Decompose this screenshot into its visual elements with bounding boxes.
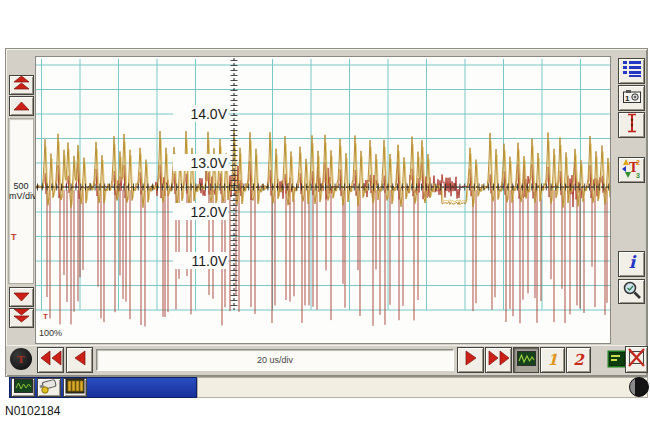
zoom-percent-label: 100% [39,328,62,338]
discard-close-button[interactable] [625,346,648,373]
svg-text:2: 2 [636,159,640,166]
lcd-indicator [607,350,627,372]
down-arrow-icon [13,288,30,306]
info-button[interactable]: i [618,251,645,277]
magnifier-icon [622,280,642,304]
svg-text:3: 3 [636,172,640,179]
waveform-display[interactable]: 14.0V13.0V12.0V11.0VT 100% [35,56,611,344]
left-arrow-icon [73,349,87,371]
red-close-icon [627,347,646,372]
svg-text:14.0V: 14.0V [190,106,227,122]
double-right-arrow-icon [488,349,510,371]
waveform-view-button[interactable] [513,347,539,373]
trigger-setup-button[interactable]: T23 [618,157,645,183]
cursor-marker-icon [623,112,641,138]
oscilloscope-icon [14,379,33,397]
channel-1-button[interactable]: 1 [540,347,565,373]
cursor-marker-button[interactable] [618,112,645,138]
volts-per-div-unit: mV/div [9,191,33,201]
status-track [197,377,648,398]
zoom-button[interactable] [618,279,645,304]
double-up-arrow-icon [13,76,30,95]
battery-pack-icon [65,378,85,398]
step-forward-button[interactable] [457,347,484,373]
rewind-button[interactable] [37,347,64,373]
scale-down-fast-button[interactable] [9,308,34,328]
scale-up-fast-button[interactable] [9,75,34,95]
trigger-level-marker: T [11,233,17,242]
double-down-arrow-icon [13,309,30,328]
probe-icon [39,378,59,398]
status-scope-button[interactable] [11,378,35,397]
scale-up-button[interactable] [9,96,34,116]
vertical-scale-box: T 500 mV/div [8,118,34,284]
waveform-thumb-icon [517,351,536,370]
camera-icon: 1 [622,88,642,108]
channel-list-button[interactable] [618,58,645,84]
fast-forward-button[interactable] [485,347,512,373]
time-per-div-label: 20 us/div [257,355,293,365]
svg-text:12.0V: 12.0V [190,204,227,220]
contrast-indicator [629,377,649,397]
trigger-setup-icon: T23 [621,157,643,183]
trigger-circle-icon: T [10,348,32,370]
volts-per-div-value: 500 [9,181,33,191]
info-icon: i [624,252,640,276]
svg-text:11.0V: 11.0V [191,253,227,269]
figure-id: N0102184 [5,404,60,418]
channel-2-button[interactable]: 2 [566,347,591,373]
lcd-screen-icon [607,354,627,371]
step-back-button[interactable] [66,347,93,373]
svg-text:13.0V: 13.0V [190,155,227,171]
double-left-arrow-icon [40,349,62,371]
scale-down-button[interactable] [9,287,34,307]
timebase-strip[interactable]: 20 us/div [96,349,454,371]
up-arrow-icon [13,97,30,115]
svg-text:T: T [43,312,48,321]
svg-text:i: i [628,252,636,272]
capture-screen-button[interactable]: 1 [618,85,645,111]
status-battery-button[interactable] [63,378,87,397]
volts-per-div-label: 500 mV/div [9,181,33,201]
menu-list-icon [622,60,642,82]
svg-text:1: 1 [625,94,630,103]
right-arrow-icon [464,349,478,371]
status-probe-button[interactable] [37,378,61,397]
contrast-circle-icon [629,377,649,397]
channel-2-label: 2 [573,351,583,369]
trigger-mode-button[interactable]: T [10,348,32,370]
waveform-svg: 14.0V13.0V12.0V11.0VT [36,57,610,343]
channel-1-label: 1 [547,351,557,369]
